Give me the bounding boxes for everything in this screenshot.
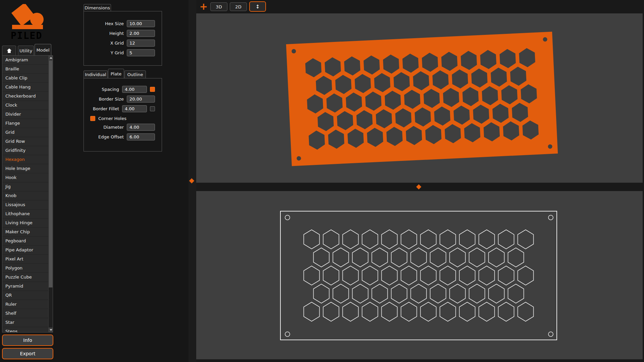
hex-hole [460,266,475,285]
list-item-cable-clip[interactable]: Cable Clip [2,74,49,83]
viewport-2d-canvas[interactable] [196,191,643,359]
hex-hole [508,284,524,303]
add-button[interactable]: + [198,0,209,13]
border-size-row: Border Size [84,96,162,103]
corner-holes-label: Corner Holes [98,116,126,121]
hex-hole [479,230,495,249]
list-item-braille[interactable]: Braille [2,65,49,74]
viewport-2d[interactable] [196,191,643,359]
flip-view-button[interactable]: ↕ [249,1,266,12]
hex-hole [401,302,417,321]
list-item-polygon[interactable]: Polygon [2,264,49,273]
spacing-checkbox[interactable] [150,87,155,92]
tab-home[interactable] [2,46,16,56]
info-button[interactable]: Info [2,335,53,346]
view-3d-button[interactable]: 3D [210,2,227,11]
list-item-flange[interactable]: Flange [2,119,49,128]
x-grid-input[interactable] [127,40,155,47]
model-list-scrollbar[interactable] [48,56,53,332]
list-item-living-hinge[interactable]: Living Hinge [2,219,49,228]
x-grid-label: X Grid [110,41,124,46]
list-item-shelf[interactable]: Shelf [2,309,49,318]
triangle-down-icon [50,329,52,331]
list-item-divider[interactable]: Divider [2,110,49,119]
hex-hole [372,248,388,267]
list-item-grid-row[interactable]: Grid Row [2,137,49,146]
hex-hole [518,302,534,321]
viewport-3d-canvas[interactable] [196,13,643,183]
hex-hole [479,302,495,321]
hex-hole [391,248,407,267]
list-item-hook[interactable]: Hook [2,173,49,182]
list-item-hexagon[interactable]: Hexagon [2,155,49,164]
hex-hole [430,248,446,267]
list-item-pegboard[interactable]: Pegboard [2,237,49,246]
hex-hole [304,230,320,249]
list-item-steps[interactable]: Steps [2,327,49,333]
list-item-knob[interactable]: Knob [2,191,49,200]
list-item-pipe-adaptor[interactable]: Pipe Adaptor [2,246,49,255]
list-item-gridfinity[interactable]: Gridfinity [2,146,49,155]
horizontal-splitter[interactable] [196,183,644,191]
app-window: { "app": { "name": "PILED" }, "colors": … [0,0,644,362]
export-button[interactable]: Export [2,348,53,359]
list-item-lissajous[interactable]: Lissajous [2,200,49,209]
corner-holes-checkbox[interactable] [90,116,95,121]
hex-hole [382,266,397,285]
view-2d-button[interactable]: 2D [230,2,247,11]
list-item-puzzle-cube[interactable]: Puzzle Cube [2,273,49,282]
dimensions-tab[interactable]: Dimensions [84,4,111,11]
hex-hole [460,230,475,249]
tab-model[interactable]: Model [35,44,51,56]
list-item-checkerboard[interactable]: Checkerboard [2,92,49,101]
hex-hole [353,248,368,267]
border-fillet-input[interactable] [122,105,147,112]
hex-hole [440,302,456,321]
hex-hole [411,284,427,303]
tab-outline[interactable]: Outline [124,70,146,78]
list-item-ambigram[interactable]: Ambigram [2,56,49,65]
tab-plate[interactable]: Plate [108,69,124,78]
list-item-maker-chip[interactable]: Maker Chip [2,228,49,237]
triangle-up-icon [50,57,52,59]
diameter-label: Diameter [103,125,124,130]
hex-hole [518,230,534,249]
list-item-cable-hang[interactable]: Cable Hang [2,83,49,92]
hex-hole [353,284,368,303]
diameter-input[interactable] [127,124,155,131]
border-size-input[interactable] [127,96,155,103]
list-item-star[interactable]: Star [2,318,49,327]
hex-hole [343,302,359,321]
scroll-down-button[interactable] [49,327,53,332]
horizontal-splitter-handle[interactable] [416,184,422,190]
list-item-clock[interactable]: Clock [2,101,49,110]
edge-offset-label: Edge Offset [98,134,124,139]
edge-offset-input[interactable] [127,133,155,140]
scroll-thumb[interactable] [49,60,53,288]
list-item-grid[interactable]: Grid [2,128,49,137]
border-fillet-checkbox[interactable] [150,106,155,111]
list-item-lithophane[interactable]: Lithophane [2,209,49,219]
viewport-3d[interactable] [196,13,643,183]
list-item-hole-image[interactable]: Hole Image [2,164,49,173]
hex-size-input[interactable] [127,20,155,27]
hex-hole [333,284,349,303]
list-item-ruler[interactable]: Ruler [2,300,49,309]
border-fillet-row: Border Fillet [84,105,162,112]
list-item-pyramid[interactable]: Pyramid [2,282,49,291]
hex-hole [304,302,320,321]
list-item-pixel-art[interactable]: Pixel Art [2,255,49,264]
y-grid-input[interactable] [127,49,155,56]
scroll-up-button[interactable] [49,56,53,60]
height-input[interactable] [127,30,155,37]
corner-holes-row: Corner Holes [84,115,162,122]
hex-hole [401,266,417,285]
tab-individual[interactable]: Individual [84,70,108,78]
spacing-input[interactable] [122,86,147,93]
hex-size-row: Hex Size [84,20,162,27]
model-list[interactable]: AmbigramBrailleCable ClipCable HangCheck… [2,55,53,333]
tab-utility[interactable]: Utility [18,46,34,56]
list-item-jig[interactable]: Jig [2,182,49,191]
hex-hole [362,230,378,249]
list-item-qr[interactable]: QR [2,291,49,300]
